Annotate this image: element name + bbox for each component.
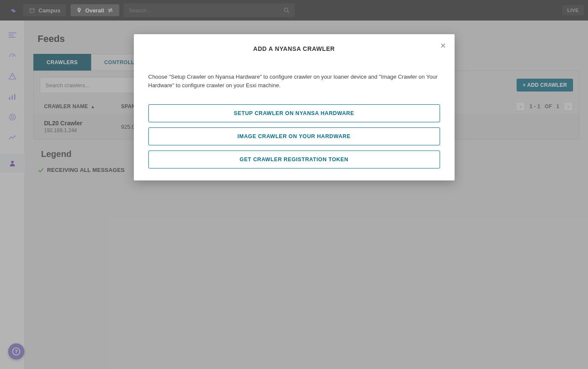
modal-overlay[interactable]: × ADD A NYANSA CRAWLER Choose "Setup Cra… [0, 0, 588, 369]
image-crawler-button[interactable]: IMAGE CRAWLER ON YOUR HARDWARE [148, 127, 440, 145]
modal-close-button[interactable]: × [440, 41, 446, 50]
add-crawler-modal: × ADD A NYANSA CRAWLER Choose "Setup Cra… [134, 34, 455, 180]
get-registration-token-button[interactable]: GET CRAWLER REGISTRATION TOKEN [148, 151, 440, 168]
modal-description: Choose "Setup Crawler on Nyansa Hardware… [148, 73, 440, 90]
close-icon: × [440, 40, 446, 51]
setup-crawler-nyansa-button[interactable]: SETUP CRAWLER ON NYANSA HARDWARE [148, 104, 440, 122]
modal-title: ADD A NYANSA CRAWLER [148, 45, 440, 52]
